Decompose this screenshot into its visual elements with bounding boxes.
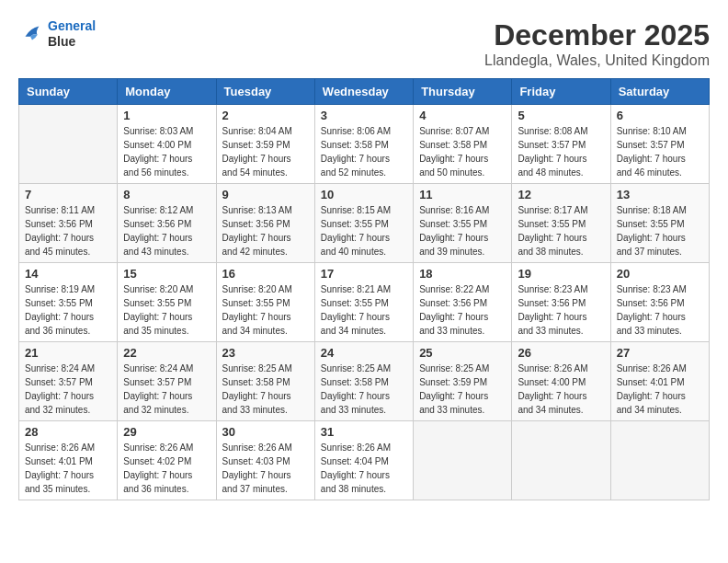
day-info: Sunrise: 8:26 AMSunset: 4:01 PMDaylight:…	[617, 362, 703, 417]
day-info: Sunrise: 8:23 AMSunset: 3:56 PMDaylight:…	[518, 282, 604, 338]
day-info: Sunrise: 8:26 AMSunset: 4:04 PMDaylight:…	[321, 441, 407, 496]
weekday-header: Sunday	[19, 79, 118, 105]
day-info: Sunrise: 8:24 AMSunset: 3:57 PMDaylight:…	[25, 362, 111, 417]
day-info: Sunrise: 8:17 AMSunset: 3:55 PMDaylight:…	[518, 203, 604, 259]
day-number: 8	[123, 188, 210, 201]
header: General Blue December 2025 Llandegla, Wa…	[18, 18, 710, 69]
calendar-header-row: SundayMondayTuesdayWednesdayThursdayFrid…	[19, 79, 710, 105]
calendar-cell: 23Sunrise: 8:25 AMSunset: 3:58 PMDayligh…	[216, 342, 314, 421]
calendar-table: SundayMondayTuesdayWednesdayThursdayFrid…	[18, 78, 710, 500]
day-number: 1	[123, 109, 210, 122]
day-info: Sunrise: 8:06 AMSunset: 3:58 PMDaylight:…	[321, 124, 407, 179]
day-number: 11	[419, 188, 506, 201]
calendar-cell: 8Sunrise: 8:12 AMSunset: 3:56 PMDaylight…	[118, 184, 216, 263]
weekday-header: Friday	[512, 79, 610, 105]
day-number: 22	[123, 346, 210, 360]
day-number: 19	[518, 267, 604, 281]
calendar-week-row: 28Sunrise: 8:26 AMSunset: 4:01 PMDayligh…	[19, 421, 710, 500]
title-section: December 2025 Llandegla, Wales, United K…	[484, 18, 710, 69]
calendar-cell: 28Sunrise: 8:26 AMSunset: 4:01 PMDayligh…	[19, 421, 118, 500]
day-number: 28	[25, 425, 111, 439]
calendar-week-row: 14Sunrise: 8:19 AMSunset: 3:55 PMDayligh…	[19, 263, 710, 342]
day-info: Sunrise: 8:19 AMSunset: 3:55 PMDaylight:…	[25, 282, 111, 338]
calendar-cell: 1Sunrise: 8:03 AMSunset: 4:00 PMDaylight…	[118, 105, 216, 184]
day-info: Sunrise: 8:07 AMSunset: 3:58 PMDaylight:…	[419, 124, 506, 179]
day-number: 29	[123, 425, 210, 439]
calendar-cell: 2Sunrise: 8:04 AMSunset: 3:59 PMDaylight…	[216, 105, 314, 184]
day-info: Sunrise: 8:21 AMSunset: 3:55 PMDaylight:…	[321, 282, 407, 338]
day-number: 15	[123, 267, 210, 281]
logo-text: General Blue	[48, 18, 96, 50]
calendar-cell: 27Sunrise: 8:26 AMSunset: 4:01 PMDayligh…	[610, 342, 709, 421]
weekday-header: Wednesday	[314, 79, 413, 105]
day-number: 3	[321, 109, 407, 122]
calendar-week-row: 1Sunrise: 8:03 AMSunset: 4:00 PMDaylight…	[19, 105, 710, 184]
calendar-week-row: 21Sunrise: 8:24 AMSunset: 3:57 PMDayligh…	[19, 342, 710, 421]
calendar-cell: 22Sunrise: 8:24 AMSunset: 3:57 PMDayligh…	[118, 342, 216, 421]
calendar-week-row: 7Sunrise: 8:11 AMSunset: 3:56 PMDaylight…	[19, 184, 710, 263]
day-number: 18	[419, 267, 506, 281]
calendar-cell: 7Sunrise: 8:11 AMSunset: 3:56 PMDaylight…	[19, 184, 118, 263]
day-number: 24	[321, 346, 407, 360]
day-number: 25	[419, 346, 506, 360]
weekday-header: Thursday	[414, 79, 512, 105]
day-number: 7	[25, 188, 111, 201]
calendar-cell: 20Sunrise: 8:23 AMSunset: 3:56 PMDayligh…	[610, 263, 709, 342]
day-number: 10	[321, 188, 407, 201]
day-number: 21	[25, 346, 111, 360]
day-info: Sunrise: 8:16 AMSunset: 3:55 PMDaylight:…	[419, 203, 506, 259]
day-info: Sunrise: 8:24 AMSunset: 3:57 PMDaylight:…	[123, 362, 210, 417]
day-info: Sunrise: 8:10 AMSunset: 3:57 PMDaylight:…	[617, 124, 703, 179]
day-number: 16	[222, 267, 309, 281]
calendar-cell: 6Sunrise: 8:10 AMSunset: 3:57 PMDaylight…	[610, 105, 709, 184]
day-number: 13	[617, 188, 703, 201]
weekday-header: Tuesday	[216, 79, 314, 105]
day-info: Sunrise: 8:26 AMSunset: 4:03 PMDaylight:…	[222, 441, 309, 496]
day-info: Sunrise: 8:22 AMSunset: 3:56 PMDaylight:…	[419, 282, 506, 338]
day-info: Sunrise: 8:08 AMSunset: 3:57 PMDaylight:…	[518, 124, 604, 179]
day-number: 27	[617, 346, 703, 360]
calendar-cell	[414, 421, 512, 500]
day-info: Sunrise: 8:25 AMSunset: 3:59 PMDaylight:…	[419, 362, 506, 417]
day-info: Sunrise: 8:26 AMSunset: 4:02 PMDaylight:…	[123, 441, 210, 496]
day-number: 12	[518, 188, 604, 201]
calendar-cell: 31Sunrise: 8:26 AMSunset: 4:04 PMDayligh…	[314, 421, 413, 500]
calendar-cell: 29Sunrise: 8:26 AMSunset: 4:02 PMDayligh…	[118, 421, 216, 500]
weekday-header: Saturday	[610, 79, 709, 105]
day-info: Sunrise: 8:20 AMSunset: 3:55 PMDaylight:…	[222, 282, 309, 338]
day-number: 17	[321, 267, 407, 281]
calendar-cell: 10Sunrise: 8:15 AMSunset: 3:55 PMDayligh…	[314, 184, 413, 263]
day-number: 4	[419, 109, 506, 122]
day-number: 26	[518, 346, 604, 360]
calendar-cell: 25Sunrise: 8:25 AMSunset: 3:59 PMDayligh…	[414, 342, 512, 421]
calendar-cell	[19, 105, 118, 184]
calendar-cell: 9Sunrise: 8:13 AMSunset: 3:56 PMDaylight…	[216, 184, 314, 263]
day-info: Sunrise: 8:13 AMSunset: 3:56 PMDaylight:…	[222, 203, 309, 259]
day-info: Sunrise: 8:26 AMSunset: 4:01 PMDaylight:…	[25, 441, 111, 496]
page-title: December 2025	[484, 18, 710, 52]
day-info: Sunrise: 8:26 AMSunset: 4:00 PMDaylight:…	[518, 362, 604, 417]
logo: General Blue	[18, 18, 96, 50]
day-number: 30	[222, 425, 309, 439]
day-info: Sunrise: 8:04 AMSunset: 3:59 PMDaylight:…	[222, 124, 309, 179]
calendar-cell: 21Sunrise: 8:24 AMSunset: 3:57 PMDayligh…	[19, 342, 118, 421]
day-info: Sunrise: 8:20 AMSunset: 3:55 PMDaylight:…	[123, 282, 210, 338]
day-info: Sunrise: 8:15 AMSunset: 3:55 PMDaylight:…	[321, 203, 407, 259]
calendar-cell: 14Sunrise: 8:19 AMSunset: 3:55 PMDayligh…	[19, 263, 118, 342]
day-info: Sunrise: 8:03 AMSunset: 4:00 PMDaylight:…	[123, 124, 210, 179]
day-number: 20	[617, 267, 703, 281]
calendar-cell: 16Sunrise: 8:20 AMSunset: 3:55 PMDayligh…	[216, 263, 314, 342]
calendar-cell: 13Sunrise: 8:18 AMSunset: 3:55 PMDayligh…	[610, 184, 709, 263]
day-info: Sunrise: 8:11 AMSunset: 3:56 PMDaylight:…	[25, 203, 111, 259]
day-info: Sunrise: 8:12 AMSunset: 3:56 PMDaylight:…	[123, 203, 210, 259]
day-info: Sunrise: 8:18 AMSunset: 3:55 PMDaylight:…	[617, 203, 703, 259]
calendar-cell: 26Sunrise: 8:26 AMSunset: 4:00 PMDayligh…	[512, 342, 610, 421]
day-number: 5	[518, 109, 604, 122]
calendar-cell	[610, 421, 709, 500]
day-number: 2	[222, 109, 309, 122]
day-info: Sunrise: 8:25 AMSunset: 3:58 PMDaylight:…	[222, 362, 309, 417]
day-number: 31	[321, 425, 407, 439]
day-number: 14	[25, 267, 111, 281]
day-number: 9	[222, 188, 309, 201]
day-number: 6	[617, 109, 703, 122]
